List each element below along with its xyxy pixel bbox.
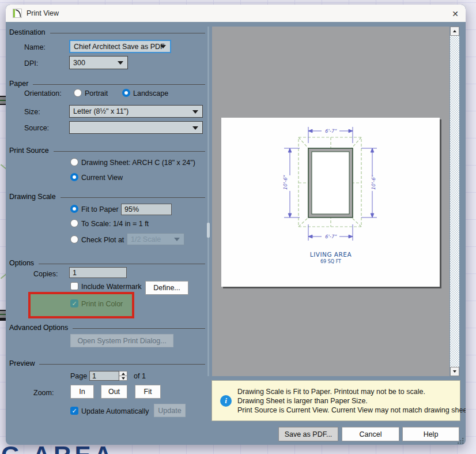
warning-line: Drawing Scale is Fit to Paper. Printout … (237, 388, 425, 396)
advanced-options-section-header: Advanced Options (9, 323, 205, 332)
app-canvas-background: G AREA Print View ✕ Destination Name: Ch… (0, 0, 476, 454)
to-scale-radio[interactable] (70, 219, 78, 227)
warning-line: Drawing Sheet is larger than Paper Size. (237, 397, 368, 405)
dim-height-right: 10'-6" (371, 175, 376, 190)
check-plot-radio[interactable] (70, 235, 78, 243)
print-preview-pane: 6'-7" 6'-7" 10'-6" 10'-6" LIVING AREA 69… (212, 27, 449, 376)
resize-grip-icon[interactable] (457, 437, 464, 444)
chief-architect-print-icon (13, 9, 22, 18)
orientation-label: Orientation: (24, 89, 62, 97)
copies-label: Copies: (33, 270, 58, 278)
scroll-down-icon[interactable] (450, 367, 459, 376)
landscape-radio[interactable] (122, 89, 130, 97)
background-wall-fragment (0, 96, 6, 105)
chevron-down-icon (118, 61, 123, 65)
landscape-radio-label[interactable]: Landscape (133, 89, 168, 97)
dialog-titlebar[interactable]: Print View ✕ (6, 5, 466, 22)
room-label-area: 69 SQ FT (320, 259, 341, 264)
include-watermark-checkbox[interactable] (70, 282, 78, 290)
drawing-sheet-radio-label[interactable]: Drawing Sheet: ARCH C (18" x 24") (81, 159, 195, 167)
include-watermark-label[interactable]: Include Watermark (81, 283, 141, 291)
print-view-dialog: Print View ✕ Destination Name: Chief Arc… (6, 5, 466, 445)
dim-height-left: 10'-6" (282, 175, 288, 190)
portrait-radio-label[interactable]: Portrait (85, 89, 108, 97)
room-label: LIVING AREA 69 SQ FT (310, 251, 352, 264)
floor-plan-drawing: 6'-7" 6'-7" 10'-6" 10'-6" LIVING AREA 69… (221, 118, 440, 287)
save-as-pdf-button[interactable]: Save as PDF... (278, 427, 338, 441)
paper-source-select[interactable] (69, 121, 203, 134)
preview-vertical-scrollbar[interactable] (450, 27, 459, 376)
printer-name-select[interactable]: Chief Architect Save as PDF (69, 40, 171, 53)
destination-section-header: Destination (9, 28, 205, 37)
open-system-print-dialog-button: Open System Print Dialog... (70, 334, 173, 347)
chevron-down-icon (192, 126, 198, 130)
spinner-up-icon[interactable] (119, 371, 127, 376)
cancel-button[interactable]: Cancel (342, 427, 399, 441)
printer-name-label: Name: (24, 43, 46, 51)
check-plot-scale-select: 1/2 Scale (127, 233, 184, 245)
options-section-header: Options (9, 258, 205, 268)
help-button[interactable]: Help (402, 427, 459, 441)
zoom-out-button[interactable]: Out (101, 385, 127, 399)
paper-size-select[interactable]: Letter (8½" x 11") (69, 105, 203, 118)
define-watermark-button[interactable]: Define... (145, 281, 188, 295)
chevron-down-icon (174, 238, 180, 241)
info-icon: i (220, 395, 232, 407)
chevron-down-icon (192, 110, 198, 114)
print-in-color-label[interactable]: Print in Color (81, 300, 123, 308)
current-view-radio[interactable] (70, 173, 78, 181)
page-number-field[interactable] (89, 371, 119, 381)
update-automatically-label[interactable]: Update Automatically (81, 407, 149, 415)
spinner-down-icon[interactable] (119, 376, 127, 381)
update-automatically-checkbox[interactable]: ✓ (70, 407, 78, 415)
page-label: Page (70, 372, 87, 380)
fit-to-paper-radio[interactable] (70, 205, 78, 213)
copies-field[interactable] (69, 267, 127, 278)
background-wall-fragment (0, 310, 6, 321)
scroll-up-icon[interactable] (450, 27, 459, 36)
zoom-label: Zoom: (33, 389, 54, 397)
print-source-section-header: Print Source (9, 146, 205, 155)
dpi-label: DPI: (24, 59, 38, 67)
dialog-title: Print View (27, 9, 59, 17)
dpi-select[interactable]: 300 (69, 56, 128, 69)
drawing-scale-section-header: Drawing Scale (9, 192, 205, 201)
current-view-radio-label[interactable]: Current View (81, 174, 123, 182)
fit-to-paper-radio-label[interactable]: Fit to Paper (81, 205, 119, 213)
zoom-fit-button[interactable]: Fit (135, 385, 161, 399)
portrait-radio[interactable] (74, 89, 82, 97)
print-warnings-box: i Drawing Scale is Fit to Paper. Printou… (211, 380, 460, 421)
zoom-in-button[interactable]: In (70, 385, 94, 399)
preview-paper-sheet: 6'-7" 6'-7" 10'-6" 10'-6" LIVING AREA 69… (221, 118, 440, 287)
to-scale-radio-label[interactable]: To Scale: 1/4 in = 1 ft (81, 220, 149, 228)
page-count-label: of 1 (134, 372, 146, 380)
drawing-sheet-radio[interactable] (70, 158, 78, 166)
preview-section-header: Preview (9, 359, 205, 368)
panel-divider (207, 27, 209, 376)
dim-width-top: 6'-7" (324, 128, 337, 134)
room-label-title: LIVING AREA (310, 251, 352, 258)
update-button: Update (154, 404, 186, 417)
close-icon[interactable]: ✕ (449, 8, 461, 20)
maximize-icon[interactable] (425, 14, 432, 20)
minimize-icon[interactable] (393, 17, 401, 18)
dim-width-bottom: 6'-7" (324, 234, 337, 239)
fit-percent-field[interactable] (121, 204, 172, 215)
size-label: Size: (24, 108, 40, 116)
print-in-color-checkbox[interactable]: ✓ (70, 299, 78, 307)
room-walls (308, 148, 353, 217)
panel-divider-handle[interactable] (207, 223, 210, 238)
paper-section-header: Paper (9, 79, 205, 88)
source-label: Source: (24, 124, 49, 132)
page-spinner[interactable] (89, 371, 127, 381)
warning-line: Print Source is Current View. Current Vi… (237, 406, 466, 414)
check-plot-radio-label[interactable]: Check Plot at (81, 236, 124, 244)
chevron-down-icon (160, 45, 166, 48)
